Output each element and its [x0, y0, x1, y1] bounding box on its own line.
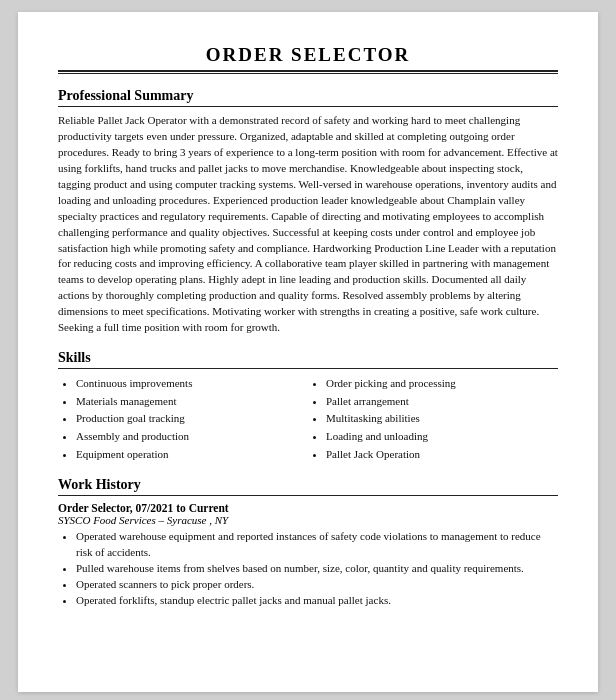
job-bullet: Operated scanners to pick proper orders.: [76, 577, 558, 593]
job-bullet: Operated forklifts, standup electric pal…: [76, 593, 558, 609]
skill-item: Production goal tracking: [76, 410, 308, 428]
skill-item: Materials management: [76, 393, 308, 411]
skill-item: Multitasking abilities: [326, 410, 558, 428]
skills-list-left: Continuous improvements Materials manage…: [58, 375, 308, 463]
summary-section: Professional Summary Reliable Pallet Jac…: [58, 88, 558, 336]
job-title: Order Selector, 07/2021 to Current: [58, 502, 558, 514]
skills-list-right: Order picking and processing Pallet arra…: [308, 375, 558, 463]
skills-col-left: Continuous improvements Materials manage…: [58, 375, 308, 463]
skill-item: Pallet arrangement: [326, 393, 558, 411]
skills-columns: Continuous improvements Materials manage…: [58, 375, 558, 463]
resume-title: Order Selector: [58, 44, 558, 66]
summary-divider: [58, 106, 558, 107]
skill-item: Equipment operation: [76, 446, 308, 464]
job-entry: Order Selector, 07/2021 to Current SYSCO…: [58, 502, 558, 609]
skill-item: Loading and unloading: [326, 428, 558, 446]
title-divider-bottom: [58, 73, 558, 74]
job-bullet: Pulled warehouse items from shelves base…: [76, 561, 558, 577]
job-bullets: Operated warehouse equipment and reporte…: [58, 529, 558, 609]
job-company-location: SYSCO Food Services – Syracuse , NY: [58, 514, 558, 526]
skill-item: Continuous improvements: [76, 375, 308, 393]
summary-heading: Professional Summary: [58, 88, 558, 104]
summary-text: Reliable Pallet Jack Operator with a dem…: [58, 113, 558, 336]
skills-section: Skills Continuous improvements Materials…: [58, 350, 558, 463]
skills-col-right: Order picking and processing Pallet arra…: [308, 375, 558, 463]
work-history-heading: Work History: [58, 477, 558, 493]
skill-item: Assembly and production: [76, 428, 308, 446]
resume-page: Order Selector Professional Summary Reli…: [18, 12, 598, 692]
skills-divider: [58, 368, 558, 369]
skills-heading: Skills: [58, 350, 558, 366]
skill-item: Order picking and processing: [326, 375, 558, 393]
skill-item: Pallet Jack Operation: [326, 446, 558, 464]
work-history-divider: [58, 495, 558, 496]
work-history-section: Work History Order Selector, 07/2021 to …: [58, 477, 558, 609]
title-divider-top: [58, 70, 558, 72]
job-bullet: Operated warehouse equipment and reporte…: [76, 529, 558, 561]
